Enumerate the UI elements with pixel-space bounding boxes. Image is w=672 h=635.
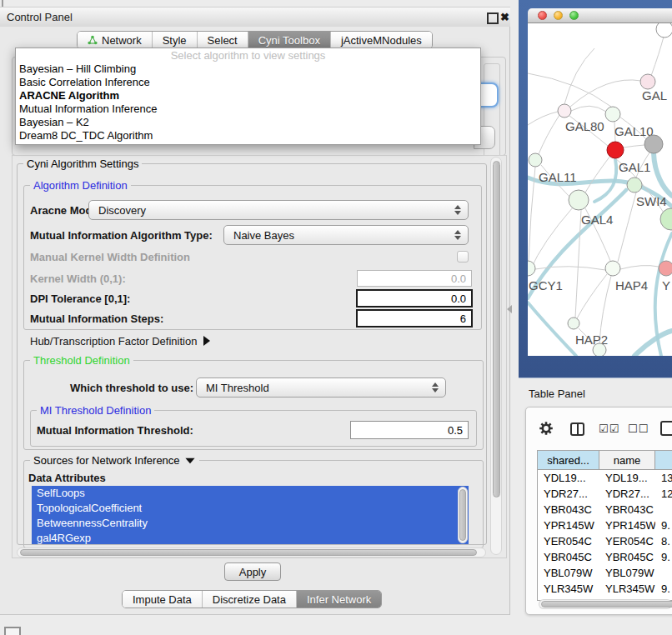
table-cell[interactable]: YLR345W: [599, 581, 655, 597]
column-layout-icon[interactable]: [570, 422, 584, 436]
attribute-option-betweennesscentrality[interactable]: BetweennessCentrality: [32, 516, 469, 531]
network-node-gal1[interactable]: [607, 142, 624, 158]
table-cell[interactable]: YPR145W: [599, 518, 655, 533]
table-row[interactable]: YBL079WYBL079W: [538, 565, 672, 581]
settings-hscrollbar-thumb[interactable]: [20, 549, 477, 556]
attributes-vscrollbar[interactable]: [458, 487, 468, 543]
which-threshold-combo[interactable]: MI Threshold: [196, 378, 446, 398]
tab-network[interactable]: Network: [78, 32, 152, 48]
attributes-vscrollbar-thumb[interactable]: [459, 489, 466, 541]
table-row[interactable]: YBR043CYBR043C: [538, 502, 672, 518]
table-cell[interactable]: YBL079W: [538, 565, 599, 581]
table-hscrollbar[interactable]: [539, 599, 672, 609]
table-cell[interactable]: 12: [655, 486, 672, 502]
table-cell[interactable]: YBR043C: [599, 502, 655, 518]
tab-impute-data[interactable]: Impute Data: [123, 591, 202, 608]
close-icon[interactable]: ✖: [500, 12, 509, 22]
mini-window-icon[interactable]: [4, 627, 21, 635]
apply-button[interactable]: Apply: [224, 562, 281, 581]
column-header-shared[interactable]: shared...: [538, 451, 599, 469]
network-node-gal80[interactable]: [558, 104, 571, 118]
aracne-mode-combo[interactable]: Discovery: [88, 200, 469, 220]
settings-vscrollbar-thumb[interactable]: [493, 161, 500, 498]
table-cell[interactable]: 8.: [655, 533, 672, 549]
select-all-columns-icon[interactable]: ☑☑: [599, 422, 619, 435]
table-cell[interactable]: 9.: [655, 549, 672, 565]
table-cell[interactable]: [655, 502, 672, 518]
network-window-titlebar[interactable]: [528, 8, 672, 23]
network-canvas[interactable]: GALGAL80GAL10GAL1GAL11SWI4GAL4GCY1HAP4YH…: [528, 23, 672, 356]
minimize-traffic-light-icon[interactable]: [554, 11, 563, 20]
algorithm-option-basic-correlation-inference[interactable]: Basic Correlation Inference: [16, 76, 480, 89]
settings-vscrollbar[interactable]: [490, 157, 502, 555]
network-node-hap2[interactable]: [568, 318, 579, 329]
table-cell[interactable]: YBR043C: [538, 502, 599, 518]
table-cell[interactable]: YDR27...: [538, 486, 599, 502]
table-cell[interactable]: YPR145W: [538, 518, 599, 533]
close-traffic-light-icon[interactable]: [538, 11, 547, 20]
network-node-gcy1[interactable]: [528, 261, 535, 276]
network-node-swi4[interactable]: [627, 178, 642, 192]
attribute-option-topologicalcoefficient[interactable]: TopologicalCoefficient: [32, 501, 469, 516]
table-row[interactable]: YER054CYER054C8.: [538, 533, 672, 549]
network-node-hap4[interactable]: [605, 261, 620, 276]
zoom-traffic-light-icon[interactable]: [569, 11, 579, 20]
partial-toolbar-icon[interactable]: [660, 421, 672, 436]
network-node-y[interactable]: [659, 261, 672, 276]
table-row[interactable]: YBR045CYBR045C9.: [538, 549, 672, 565]
table-cell[interactable]: 13: [655, 470, 672, 486]
settings-hscrollbar[interactable]: [17, 548, 486, 558]
network-node-gal10[interactable]: [605, 107, 620, 122]
table-row[interactable]: YPR145WYPR145W9.: [538, 518, 672, 533]
table-cell[interactable]: YER054C: [599, 533, 655, 549]
table-cell[interactable]: YER054C: [538, 533, 599, 549]
table-row[interactable]: YDL19...YDL19...13: [538, 470, 672, 486]
algorithm-option-bayesian-k2[interactable]: Bayesian – K2: [16, 116, 480, 129]
table-cell[interactable]: 9.: [655, 518, 672, 533]
algorithm-option-mutual-information-inference[interactable]: Mutual Information Inference: [16, 102, 480, 116]
algorithm-option-aracne-algorithm[interactable]: ARACNE Algorithm: [16, 89, 480, 102]
attribute-option-gal4rgexp[interactable]: gal4RGexp: [32, 531, 469, 544]
table-row[interactable]: YLR345WYLR345W9.: [538, 581, 672, 597]
network-node-gal4[interactable]: [569, 190, 589, 210]
table-hscrollbar-thumb[interactable]: [541, 601, 672, 608]
dpi-tolerance-field[interactable]: 0.0: [356, 289, 473, 308]
gear-icon[interactable]: [539, 421, 554, 436]
table-row[interactable]: YDR27...YDR27...12: [538, 486, 672, 502]
table-cell[interactable]: 9.: [655, 581, 672, 597]
kernel-width-field[interactable]: 0.0: [357, 270, 472, 287]
attribute-option-selfloops[interactable]: SelfLoops: [32, 486, 469, 501]
network-node[interactable]: [644, 135, 663, 153]
network-node-gal11[interactable]: [529, 153, 542, 167]
splitpane-collapse-icon[interactable]: [507, 305, 512, 313]
tab-select[interactable]: Select: [197, 32, 248, 48]
table-cell[interactable]: [655, 565, 672, 581]
tab-cyni-toolbox[interactable]: Cyni Toolbox: [248, 32, 330, 48]
table-cell[interactable]: YDL19...: [599, 470, 655, 486]
tab-infer-network[interactable]: Infer Network: [296, 591, 381, 608]
mi-threshold-field[interactable]: 0.5: [350, 421, 469, 439]
deselect-all-columns-icon[interactable]: ☐☐: [628, 422, 649, 435]
algorithm-option-dream8-dc-tdc-algorithm[interactable]: Dream8 DC_TDC Algorithm: [16, 129, 480, 142]
tab-discretize-data[interactable]: Discretize Data: [202, 591, 296, 608]
hub-definition-toggle[interactable]: Hub/Transcription Factor Definition: [30, 333, 210, 348]
table-cell[interactable]: YDR27...: [599, 486, 655, 502]
table-cell[interactable]: YBL079W: [599, 565, 655, 581]
network-node[interactable]: [656, 23, 672, 38]
mi-steps-field[interactable]: 6: [356, 309, 473, 328]
column-header-name[interactable]: name: [599, 451, 655, 469]
tab-jactivemnodules[interactable]: jActiveMNodules: [330, 32, 432, 48]
network-node-gal[interactable]: [640, 74, 655, 89]
mi-type-combo[interactable]: Naive Bayes: [223, 225, 469, 245]
float-window-icon[interactable]: [487, 12, 499, 24]
sources-legend[interactable]: Sources for Network Inference: [30, 454, 199, 467]
tab-style[interactable]: Style: [152, 32, 197, 48]
manual-kernel-checkbox[interactable]: [457, 251, 469, 262]
table-cell[interactable]: YBR045C: [599, 549, 655, 565]
table-cell[interactable]: YBR045C: [538, 549, 599, 565]
table-cell[interactable]: YLR345W: [538, 581, 599, 597]
network-node[interactable]: [660, 208, 672, 230]
column-header-a[interactable]: A: [655, 451, 672, 469]
algorithm-option-bayesian-hill-climbing[interactable]: Bayesian – Hill Climbing: [16, 62, 480, 76]
network-node[interactable]: [593, 343, 606, 356]
